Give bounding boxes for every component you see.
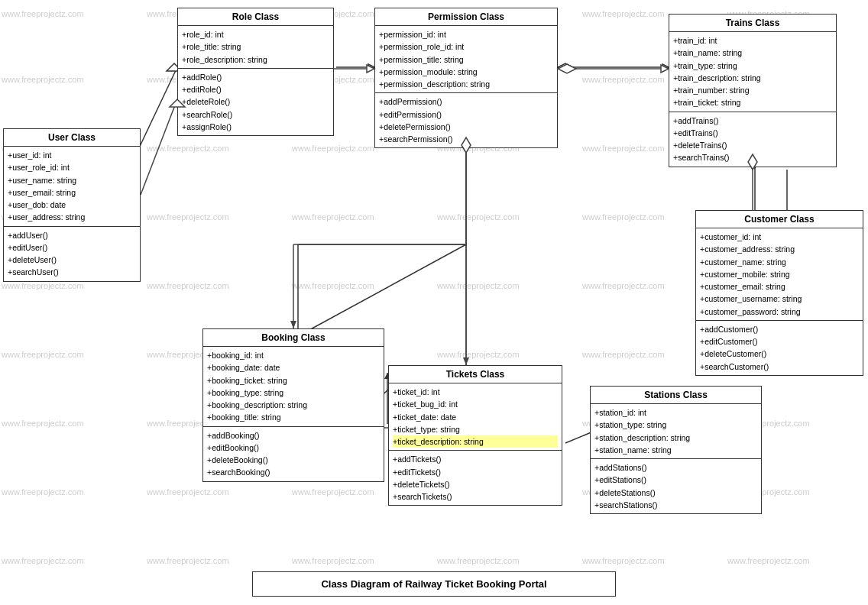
permission-attributes: +permission_id: int +permission_role_id:… <box>375 26 557 93</box>
cust-attr-6: +customer_username: string <box>700 293 859 305</box>
watermark: www.freeprojectz.com <box>727 556 810 565</box>
user-attr-1: +user_id: int <box>8 149 136 161</box>
cust-attr-7: +customer_password: string <box>700 306 859 318</box>
svg-marker-29 <box>661 65 669 73</box>
watermark: www.freeprojectz.com <box>437 556 520 565</box>
cust-attr-2: +customer_address: string <box>700 243 859 255</box>
svg-marker-33 <box>290 321 296 328</box>
perm-attr-1: +permission_id: int <box>379 28 553 40</box>
svg-marker-4 <box>368 64 374 70</box>
user-class-title: User Class <box>4 129 140 147</box>
watermark: www.freeprojectz.com <box>292 281 374 290</box>
stat-method-2: +editStations() <box>594 474 757 486</box>
watermark: www.freeprojectz.com <box>292 556 374 565</box>
user-attr-5: +user_dob: date <box>8 199 136 211</box>
user-methods: +addUser() +editUser() +deleteUser() +se… <box>4 227 140 281</box>
book-attr-1: +booking_id: int <box>207 349 380 361</box>
train-attr-5: +train_number: string <box>673 84 832 96</box>
role-attributes: +role_id: int +role_title: string +role_… <box>178 26 333 69</box>
watermark: www.freeprojectz.com <box>2 419 84 428</box>
role-method-3: +deleteRole() <box>182 95 329 108</box>
train-method-1: +addTrains() <box>673 115 832 127</box>
tickets-methods: +addTickets() +editTickets() +deleteTick… <box>389 451 562 505</box>
tickets-class-title: Tickets Class <box>389 366 562 383</box>
watermark: www.freeprojectz.com <box>292 487 374 497</box>
stat-attr-2: +station_type: string <box>594 419 757 431</box>
stat-attr-1: +station_id: int <box>594 406 757 419</box>
book-attr-2: +booking_date: date <box>207 361 380 374</box>
watermark: www.freeprojectz.com <box>292 144 374 153</box>
customer-class-title: Customer Class <box>696 211 863 228</box>
train-method-4: +searchTrains() <box>673 151 832 163</box>
watermark: www.freeprojectz.com <box>2 350 84 359</box>
cust-attr-1: +customer_id: int <box>700 231 859 243</box>
book-method-1: +addBooking() <box>207 429 380 442</box>
train-attr-2: +train_name: string <box>673 47 832 59</box>
user-attr-3: +user_name: string <box>8 174 136 186</box>
perm-method-3: +deletePermission() <box>379 121 553 133</box>
cust-attr-5: +customer_email: string <box>700 280 859 293</box>
stations-class-title: Stations Class <box>591 387 761 404</box>
trains-attributes: +train_id: int +train_name: string +trai… <box>669 32 836 112</box>
perm-method-4: +searchPermission() <box>379 133 553 145</box>
book-attr-4: +booking_type: string <box>207 387 380 399</box>
cust-attr-4: +customer_mobile: string <box>700 268 859 280</box>
cust-method-3: +deleteCustomer() <box>700 348 859 360</box>
watermark: www.freeprojectz.com <box>147 144 229 153</box>
watermark: www.freeprojectz.com <box>147 556 229 565</box>
booking-methods: +addBooking() +editBooking() +deleteBook… <box>203 427 384 481</box>
cust-method-4: +searchCustomer() <box>700 361 859 373</box>
tick-method-2: +editTickets() <box>393 466 558 478</box>
svg-marker-26 <box>367 65 374 73</box>
customer-class-box: Customer Class +customer_id: int +custom… <box>695 210 863 376</box>
watermark: www.freeprojectz.com <box>582 75 665 84</box>
stations-class-box: Stations Class +station_id: int +station… <box>590 386 762 514</box>
user-method-1: +addUser() <box>8 229 136 241</box>
cust-attr-3: +customer_name: string <box>700 256 859 268</box>
watermark: www.freeprojectz.com <box>582 9 665 18</box>
customer-attributes: +customer_id: int +customer_address: str… <box>696 228 863 321</box>
train-attr-1: +train_id: int <box>673 34 832 47</box>
watermark: www.freeprojectz.com <box>147 212 229 222</box>
watermark: www.freeprojectz.com <box>2 9 84 18</box>
role-method-1: +addRole() <box>182 71 329 83</box>
svg-marker-7 <box>662 64 669 70</box>
tick-method-1: +addTickets() <box>393 453 558 465</box>
watermark: www.freeprojectz.com <box>582 556 665 565</box>
watermark: www.freeprojectz.com <box>147 487 229 497</box>
watermark: www.freeprojectz.com <box>147 281 229 290</box>
train-attr-4: +train_description: string <box>673 72 832 84</box>
perm-attr-4: +permission_module: string <box>379 66 553 78</box>
role-method-2: +editRole() <box>182 83 329 95</box>
user-method-4: +searchUser() <box>8 266 136 278</box>
stat-attr-4: +station_name: string <box>594 444 757 456</box>
book-method-3: +deleteBooking() <box>207 454 380 466</box>
booking-class-title: Booking Class <box>203 329 384 347</box>
tickets-attributes: +ticket_id: int +ticket_bug_id: int +tic… <box>389 383 562 451</box>
watermark: www.freeprojectz.com <box>582 350 665 359</box>
train-attr-6: +train_ticket: string <box>673 96 832 108</box>
stat-attr-3: +station_description: string <box>594 432 757 444</box>
cust-method-2: +editCustomer() <box>700 335 859 348</box>
svg-marker-28 <box>558 64 576 73</box>
trains-class-box: Trains Class +train_id: int +train_name:… <box>669 14 837 167</box>
tick-attr-3: +ticket_date: date <box>393 411 558 423</box>
book-attr-3: +booking_ticket: string <box>207 374 380 387</box>
train-method-3: +deleteTrains() <box>673 139 832 151</box>
role-class-title: Role Class <box>178 8 333 26</box>
train-method-2: +editTrains() <box>673 127 832 139</box>
watermark: www.freeprojectz.com <box>2 281 84 290</box>
book-attr-6: +booking_title: string <box>207 411 380 423</box>
svg-marker-36 <box>463 358 469 365</box>
book-attr-5: +booking_description: string <box>207 399 380 411</box>
tick-method-3: +deleteTickets() <box>393 478 558 490</box>
svg-marker-6 <box>558 63 573 71</box>
role-method-5: +assignRole() <box>182 121 329 133</box>
watermark: www.freeprojectz.com <box>437 281 520 290</box>
tick-attr-5: +ticket_description: string <box>393 435 558 448</box>
watermark: www.freeprojectz.com <box>2 75 84 84</box>
role-class-box: Role Class +role_id: int +role_title: st… <box>177 8 334 136</box>
permission-class-title: Permission Class <box>375 8 557 26</box>
user-attr-2: +user_role_id: int <box>8 161 136 173</box>
watermark: www.freeprojectz.com <box>2 487 84 497</box>
